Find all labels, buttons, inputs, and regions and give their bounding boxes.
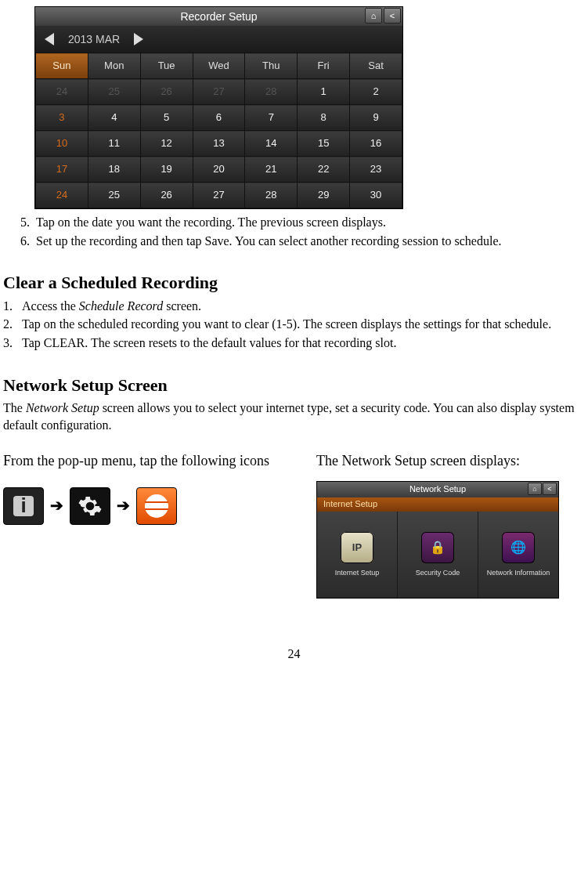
globe-icon[interactable] xyxy=(136,487,177,525)
ns-back-icon[interactable]: < xyxy=(543,483,557,495)
icon-sequence: ➔ ➔ xyxy=(3,487,285,525)
arrow-icon: ➔ xyxy=(50,495,63,516)
network-paragraph: The Network Setup screen allows you to s… xyxy=(3,400,585,433)
step-text: Tap CLEAR. The screen resets to the defa… xyxy=(22,335,585,352)
calendar-day-cell[interactable]: 25 xyxy=(88,79,140,105)
calendar-day-header: Mon xyxy=(88,53,140,79)
calendar-grid: SunMonTueWedThuFriSat 242526272812345678… xyxy=(35,52,402,208)
ns-item-label: Security Code xyxy=(416,568,460,577)
left-col-text: From the pop-up menu, tap the following … xyxy=(3,451,285,470)
info-icon[interactable] xyxy=(3,487,44,525)
step-number: 5. xyxy=(13,214,30,231)
home-icon[interactable]: ⌂ xyxy=(365,8,382,24)
ns-item-icon: IP xyxy=(341,532,373,563)
step-number: 3. xyxy=(3,335,17,352)
ns-item[interactable]: Network Information xyxy=(478,512,558,598)
step-text: Tap on the scheduled recording you want … xyxy=(22,316,585,333)
step-item: 6.Set up the recording and then tap Save… xyxy=(13,233,585,250)
calendar-month-bar: 2013 MAR xyxy=(35,26,402,52)
gear-icon[interactable] xyxy=(70,487,110,525)
calendar-day-cell[interactable]: 17 xyxy=(36,157,88,183)
prev-month-icon[interactable] xyxy=(45,33,54,45)
ns-home-icon[interactable]: ⌂ xyxy=(528,483,542,495)
calendar-title-icons: ⌂ < xyxy=(365,8,401,24)
ns-item-icon xyxy=(421,532,454,563)
step-item: 3.Tap CLEAR. The screen resets to the de… xyxy=(3,335,585,352)
back-icon[interactable]: < xyxy=(384,8,401,24)
calendar-day-cell[interactable]: 7 xyxy=(245,105,298,131)
step-number: 6. xyxy=(13,233,30,250)
calendar-day-header: Fri xyxy=(298,53,350,79)
calendar-day-cell[interactable]: 22 xyxy=(298,157,350,183)
calendar-day-cell[interactable]: 18 xyxy=(88,157,140,183)
step-text: Tap on the date you want the recording. … xyxy=(36,214,585,231)
calendar-day-cell[interactable]: 8 xyxy=(298,105,350,131)
step-item: 2.Tap on the scheduled recording you wan… xyxy=(3,316,585,333)
calendar-day-cell[interactable]: 19 xyxy=(140,157,193,183)
net-para-italic: Network Setup xyxy=(26,401,99,414)
calendar-day-cell[interactable]: 11 xyxy=(88,131,140,157)
calendar-day-cell[interactable]: 26 xyxy=(140,79,193,105)
net-para-pre: The xyxy=(3,401,26,414)
network-left-col: From the pop-up menu, tap the following … xyxy=(3,451,285,599)
calendar-day-cell[interactable]: 20 xyxy=(193,157,245,183)
next-month-icon[interactable] xyxy=(134,33,143,45)
calendar-day-cell[interactable]: 1 xyxy=(298,79,350,105)
calendar-day-header: Sun xyxy=(36,53,88,79)
heading-clear: Clear a Scheduled Recording xyxy=(3,271,585,295)
calendar-titlebar: Recorder Setup ⌂ < xyxy=(35,7,402,26)
calendar-day-cell[interactable]: 23 xyxy=(350,157,402,183)
calendar-day-cell[interactable]: 15 xyxy=(298,131,350,157)
calendar-day-cell[interactable]: 10 xyxy=(36,131,88,157)
calendar-day-header: Sat xyxy=(350,53,402,79)
calendar-day-cell[interactable]: 3 xyxy=(36,105,88,131)
calendar-day-header: Tue xyxy=(140,53,193,79)
arrow-icon-2: ➔ xyxy=(117,495,130,516)
ns-item-icon xyxy=(502,532,535,563)
calendar-day-cell[interactable]: 2 xyxy=(350,79,402,105)
calendar-day-cell[interactable]: 9 xyxy=(350,105,402,131)
step-text: Set up the recording and then tap Save. … xyxy=(36,233,585,250)
calendar-day-cell[interactable]: 30 xyxy=(350,183,402,208)
ns-item-label: Internet Setup xyxy=(335,568,380,577)
calendar-title: Recorder Setup xyxy=(35,9,402,24)
calendar-day-cell[interactable]: 13 xyxy=(193,131,245,157)
calendar-day-cell[interactable]: 12 xyxy=(140,131,193,157)
network-right-col: The Network Setup screen displays: Netwo… xyxy=(316,451,585,599)
calendar-day-header: Wed xyxy=(193,53,245,79)
month-label: 2013 MAR xyxy=(68,32,120,47)
steps-list-clear: 1.Access the Schedule Record screen.2.Ta… xyxy=(3,298,585,352)
step-text: Access the Schedule Record screen. xyxy=(22,298,585,315)
calendar-day-cell[interactable]: 26 xyxy=(140,183,193,208)
ns-item-label: Network Information xyxy=(487,568,550,577)
calendar-day-cell[interactable]: 28 xyxy=(245,183,298,208)
calendar-day-cell[interactable]: 24 xyxy=(36,79,88,105)
step-number: 2. xyxy=(3,316,17,333)
step-number: 1. xyxy=(3,298,17,315)
calendar-day-cell[interactable]: 29 xyxy=(298,183,350,208)
calendar-day-cell[interactable]: 28 xyxy=(245,79,298,105)
step-item: 1.Access the Schedule Record screen. xyxy=(3,298,585,315)
right-col-text: The Network Setup screen displays: xyxy=(316,451,585,470)
calendar-day-cell[interactable]: 27 xyxy=(193,79,245,105)
ns-item[interactable]: IPInternet Setup xyxy=(317,512,398,598)
step-item: 5.Tap on the date you want the recording… xyxy=(13,214,585,231)
calendar-day-cell[interactable]: 6 xyxy=(193,105,245,131)
calendar-day-cell[interactable]: 14 xyxy=(245,131,298,157)
calendar-screenshot: Recorder Setup ⌂ < 2013 MAR SunMonTueWed… xyxy=(34,6,403,209)
calendar-day-cell[interactable]: 24 xyxy=(36,183,88,208)
calendar-day-cell[interactable]: 27 xyxy=(193,183,245,208)
calendar-day-cell[interactable]: 25 xyxy=(88,183,140,208)
calendar-day-cell[interactable]: 5 xyxy=(140,105,193,131)
ns-titlebar: Network Setup ⌂ < xyxy=(317,482,558,497)
ns-tab[interactable]: Internet Setup xyxy=(317,497,558,512)
calendar-day-cell[interactable]: 21 xyxy=(245,157,298,183)
ns-title: Network Setup xyxy=(317,483,558,495)
ns-icon-row: IPInternet SetupSecurity CodeNetwork Inf… xyxy=(317,512,558,598)
calendar-day-header: Thu xyxy=(245,53,298,79)
ns-item[interactable]: Security Code xyxy=(398,512,478,598)
steps-list-a: 5.Tap on the date you want the recording… xyxy=(13,214,585,249)
network-setup-screenshot: Network Setup ⌂ < Internet Setup IPInter… xyxy=(316,481,559,599)
calendar-day-cell[interactable]: 16 xyxy=(350,131,402,157)
calendar-day-cell[interactable]: 4 xyxy=(88,105,140,131)
